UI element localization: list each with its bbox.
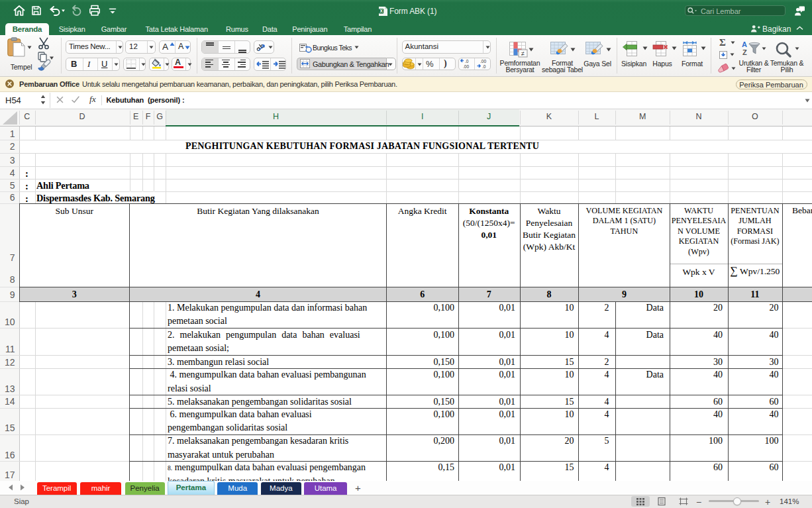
svg-text:.00: .00: [463, 64, 469, 69]
svg-text:.0: .0: [465, 59, 469, 64]
svg-text:A: A: [742, 40, 747, 48]
svg-text:.0: .0: [482, 64, 486, 69]
svg-text:X: X: [380, 9, 383, 13]
svg-text:.00: .00: [480, 59, 486, 64]
svg-text:Z: Z: [742, 48, 747, 56]
svg-text:≠: ≠: [521, 50, 525, 57]
